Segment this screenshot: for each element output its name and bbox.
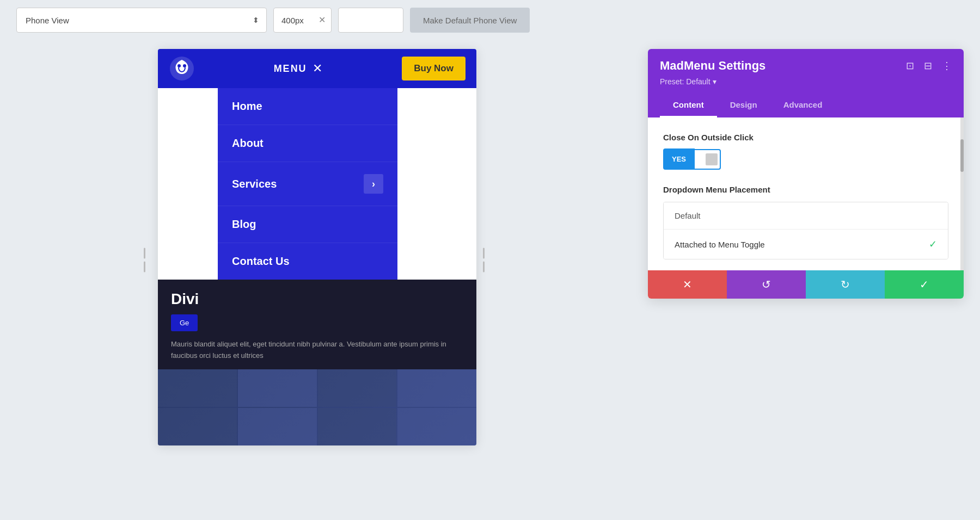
svg-point-1 (177, 64, 181, 67)
split-view-icon[interactable]: ⊟ (924, 60, 932, 72)
content-cta-button[interactable]: Ge (171, 314, 198, 331)
scrollbar[interactable] (960, 117, 964, 270)
menu-toggle[interactable]: MENU ✕ (274, 61, 323, 76)
dropdown-option-default-label: Default (675, 211, 701, 220)
services-chevron-icon: › (364, 174, 383, 194)
content-title: Divi (171, 290, 463, 308)
menu-label: MENU (274, 63, 307, 75)
content-body-text: Mauris blandit aliquet elit, eget tincid… (171, 339, 463, 362)
dropdown-option-default[interactable]: Default (664, 202, 948, 230)
undo-action-button[interactable]: ↺ (727, 270, 806, 299)
tab-content[interactable]: Content (660, 94, 717, 117)
settings-panel: MadMenu Settings ⊡ ⊟ ⋮ Preset: Default ▾… (648, 49, 964, 299)
confirm-icon: ✓ (920, 278, 929, 291)
redo-icon: ↻ (841, 278, 850, 291)
menu-item-services-label: Services (232, 178, 277, 190)
make-default-button[interactable]: Make Default Phone View (410, 8, 530, 33)
settings-title: MadMenu Settings (660, 59, 765, 73)
check-icon: ✓ (929, 238, 937, 250)
tab-advanced[interactable]: Advanced (770, 94, 836, 117)
settings-action-bar: ✕ ↺ ↻ ✓ (648, 270, 964, 299)
top-toolbar: Phone View ⬍ ✕ Make Default Phone View (16, 8, 964, 33)
menu-close-icon: ✕ (313, 61, 323, 76)
right-resize-handle[interactable] (483, 248, 485, 273)
toggle-yes-label: YES (663, 148, 695, 170)
left-resize-handle[interactable] (144, 248, 145, 273)
dropdown-option-attached[interactable]: Attached to Menu Toggle ✓ (664, 230, 948, 259)
svg-point-2 (183, 64, 186, 67)
px-clear-icon[interactable]: ✕ (318, 16, 326, 24)
settings-header-icons: ⊡ ⊟ ⋮ (906, 60, 952, 72)
scrollbar-thumb[interactable] (960, 139, 964, 172)
settings-preset[interactable]: Preset: Default ▾ (660, 77, 952, 86)
close-on-outside-click-label: Close On Outside Click (663, 133, 948, 142)
undo-icon: ↺ (762, 278, 771, 291)
phone-preview: MENU ✕ Buy Now Home About Services › Blo… (158, 49, 476, 445)
confirm-action-button[interactable]: ✓ (885, 270, 964, 299)
phone-content-area: Divi Ge Mauris blandit aliquet elit, ege… (158, 280, 476, 369)
menu-item-blog[interactable]: Blog (218, 206, 397, 243)
buy-now-button[interactable]: Buy Now (402, 57, 465, 81)
settings-header: MadMenu Settings ⊡ ⊟ ⋮ Preset: Default ▾… (648, 49, 964, 117)
px-second-input[interactable] (338, 8, 403, 33)
tab-design[interactable]: Design (717, 94, 770, 117)
cancel-icon: ✕ (683, 278, 692, 291)
menu-item-services[interactable]: Services › (218, 162, 397, 206)
preset-chevron-icon: ▾ (713, 77, 716, 86)
redo-action-button[interactable]: ↻ (806, 270, 885, 299)
dropdown-placement-label: Dropdown Menu Placement (663, 185, 948, 194)
phone-image-preview (158, 369, 476, 445)
dropdown-options: Default Attached to Menu Toggle ✓ (663, 202, 948, 259)
menu-item-about[interactable]: About (218, 125, 397, 162)
px-input[interactable] (281, 16, 314, 25)
px-input-wrapper: ✕ (273, 8, 332, 33)
menu-item-home[interactable]: Home (218, 88, 397, 125)
menu-item-contact[interactable]: Contact Us (218, 243, 397, 280)
logo-icon (169, 55, 195, 82)
phone-dropdown-menu: Home About Services › Blog Contact Us (218, 88, 397, 280)
phone-navbar: MENU ✕ Buy Now (158, 49, 476, 88)
settings-body: Close On Outside Click YES Dropdown Menu… (648, 117, 964, 270)
view-select[interactable]: Phone View (16, 8, 267, 33)
dropdown-option-attached-label: Attached to Menu Toggle (675, 240, 765, 249)
cancel-action-button[interactable]: ✕ (648, 270, 727, 299)
view-select-wrapper: Phone View ⬍ (16, 8, 267, 33)
toggle-switch[interactable] (695, 149, 721, 170)
toggle-wrapper: YES (663, 148, 948, 170)
focus-mode-icon[interactable]: ⊡ (906, 60, 914, 72)
menu-item-contact-label: Contact Us (232, 255, 290, 268)
more-options-icon[interactable]: ⋮ (942, 60, 952, 72)
preset-label: Preset: Default (660, 77, 710, 86)
menu-item-home-label: Home (232, 100, 262, 113)
settings-tabs: Content Design Advanced (660, 94, 952, 117)
menu-item-blog-label: Blog (232, 218, 256, 231)
settings-header-top: MadMenu Settings ⊡ ⊟ ⋮ (660, 59, 952, 73)
menu-item-about-label: About (232, 137, 264, 150)
